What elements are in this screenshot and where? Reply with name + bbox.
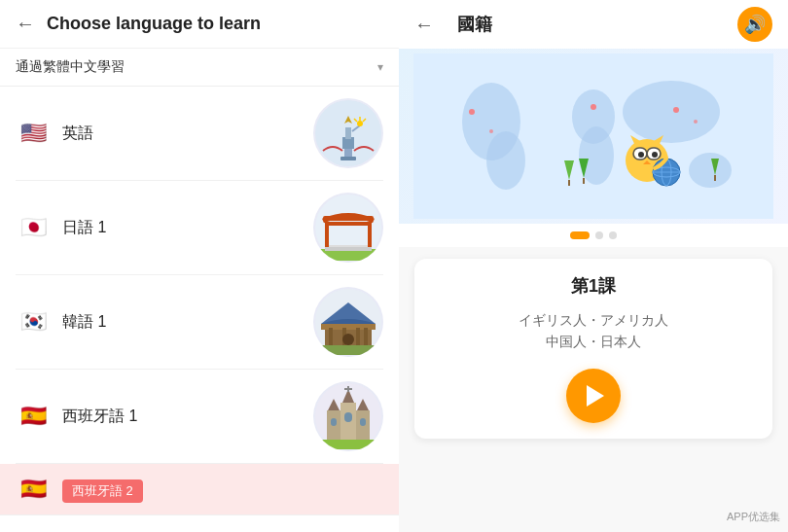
svg-rect-38 <box>360 418 366 426</box>
svg-point-6 <box>357 121 363 126</box>
svg-rect-26 <box>364 328 368 345</box>
language-item-korean[interactable]: 🇰🇷 韓語 1 <box>16 275 383 370</box>
flag-english: 🇺🇸 <box>16 116 51 151</box>
slide-dot-3 <box>609 231 617 239</box>
lang-left-japanese: 🇯🇵 日語 1 <box>16 210 106 245</box>
lang-left-spanish2: 🇪🇸 西班牙語 2 <box>16 472 143 507</box>
lesson-subtitle-line1: イギリス人・アメリカ人 <box>430 309 757 331</box>
speaker-button[interactable]: 🔊 <box>737 7 772 42</box>
svg-point-44 <box>486 131 525 190</box>
language-item-english[interactable]: 🇺🇸 英語 <box>16 87 383 181</box>
svg-point-52 <box>694 120 698 124</box>
right-header: ← 國籍 🔊 <box>399 0 788 49</box>
svg-rect-13 <box>368 222 372 249</box>
right-header-left: ← 國籍 <box>414 13 492 36</box>
chevron-down-icon: ▾ <box>377 60 383 74</box>
slide-dot-2 <box>595 231 603 239</box>
svg-rect-28 <box>315 345 381 355</box>
lesson-card: 第1課 イギリス人・アメリカ人 中国人・日本人 <box>414 259 772 439</box>
lang-left-korean: 🇰🇷 韓語 1 <box>16 304 106 339</box>
svg-rect-39 <box>315 440 381 449</box>
watermark: APP优选集 <box>727 510 780 524</box>
slide-indicators <box>399 224 788 247</box>
play-button[interactable] <box>566 369 621 423</box>
flag-japanese: 🇯🇵 <box>16 210 51 245</box>
flag-spanish1: 🇪🇸 <box>16 399 51 434</box>
svg-rect-55 <box>568 180 570 186</box>
speaker-icon: 🔊 <box>744 14 766 35</box>
back-button-right[interactable]: ← <box>414 14 434 36</box>
lang-image-spanish1 <box>313 381 383 451</box>
lang-info-spanish2: 西班牙語 2 <box>62 476 143 503</box>
svg-rect-57 <box>583 178 585 184</box>
language-list: 🇺🇸 英語 <box>0 87 399 532</box>
svg-rect-37 <box>331 418 337 426</box>
language-filter-dropdown[interactable]: 通過繁體中文學習 ▾ <box>0 49 399 87</box>
language-item-french[interactable]: 🇫🇷 法語 <box>16 515 383 532</box>
lang-badge-spanish2: 西班牙語 2 <box>62 479 143 503</box>
lang-image-korean <box>313 287 383 357</box>
lang-name-english: 英語 <box>62 124 93 144</box>
back-button-left[interactable]: ← <box>16 13 35 35</box>
language-item-spanish2[interactable]: 🇪🇸 西班牙語 2 <box>0 464 399 515</box>
svg-point-47 <box>623 81 720 143</box>
lang-name-spanish1: 西班牙語 1 <box>62 407 137 427</box>
svg-rect-59 <box>714 175 716 181</box>
left-panel: ← Choose language to learn 通過繁體中文學習 ▾ 🇺🇸… <box>0 0 399 532</box>
svg-rect-3 <box>345 127 351 139</box>
lang-name-korean: 韓語 1 <box>62 312 106 333</box>
svg-rect-15 <box>327 222 370 226</box>
svg-point-53 <box>489 129 493 133</box>
svg-rect-10 <box>340 157 356 160</box>
svg-point-51 <box>673 107 679 113</box>
svg-rect-18 <box>325 247 372 251</box>
flag-french: 🇫🇷 <box>16 527 51 532</box>
svg-rect-36 <box>344 412 352 422</box>
slide-dot-1 <box>570 231 590 239</box>
flag-spanish2: 🇪🇸 <box>16 472 51 507</box>
svg-rect-25 <box>356 328 360 345</box>
svg-rect-27 <box>342 334 354 345</box>
lang-image-english <box>313 98 383 168</box>
svg-point-48 <box>689 153 732 188</box>
lang-left-spanish1: 🇪🇸 西班牙語 1 <box>16 399 137 434</box>
lesson-subtitle: イギリス人・アメリカ人 中国人・日本人 <box>430 309 757 353</box>
right-content: 第1課 イギリス人・アメリカ人 中国人・日本人 APP优选集 <box>399 49 788 532</box>
play-icon <box>587 385 604 407</box>
svg-rect-12 <box>325 222 329 249</box>
world-map-area <box>399 49 788 224</box>
filter-label: 通過繁體中文學習 <box>16 58 125 76</box>
left-header: ← Choose language to learn <box>0 0 399 49</box>
language-item-japanese[interactable]: 🇯🇵 日語 1 <box>16 181 383 275</box>
lang-left-english: 🇺🇸 英語 <box>16 116 93 151</box>
svg-rect-41 <box>344 388 352 390</box>
page-title-left: Choose language to learn <box>47 14 261 34</box>
world-map-svg <box>413 53 773 219</box>
svg-point-50 <box>591 104 596 110</box>
flag-korean: 🇰🇷 <box>16 304 51 339</box>
right-panel: ← 國籍 🔊 <box>399 0 788 532</box>
language-item-spanish1[interactable]: 🇪🇸 西班牙語 1 <box>16 370 383 464</box>
svg-point-64 <box>652 152 658 158</box>
lesson-subtitle-line2: 中国人・日本人 <box>430 331 757 352</box>
lesson-title: 第1課 <box>430 274 757 298</box>
lang-image-japanese <box>313 193 383 263</box>
svg-point-63 <box>638 152 644 158</box>
lang-name-japanese: 日語 1 <box>62 218 106 238</box>
svg-rect-23 <box>329 328 333 345</box>
page-title-right: 國籍 <box>457 13 492 36</box>
svg-point-49 <box>469 109 475 115</box>
